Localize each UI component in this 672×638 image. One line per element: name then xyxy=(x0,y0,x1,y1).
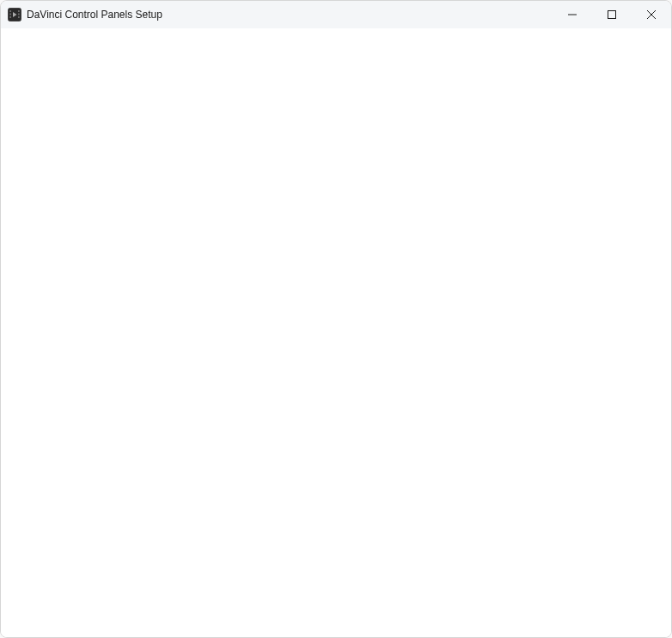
title-bar[interactable]: DaVinci Control Panels Setup xyxy=(1,1,671,28)
window-title: DaVinci Control Panels Setup xyxy=(27,9,162,21)
svg-rect-2 xyxy=(10,14,11,15)
app-icon xyxy=(8,8,21,21)
client-area xyxy=(1,28,671,637)
maximize-icon xyxy=(608,9,616,21)
svg-rect-3 xyxy=(10,16,11,18)
minimize-button[interactable] xyxy=(553,1,592,28)
window-controls xyxy=(553,1,671,28)
svg-rect-5 xyxy=(18,14,19,15)
close-icon xyxy=(647,9,656,21)
minimize-icon xyxy=(568,9,577,21)
app-window: DaVinci Control Panels Setup xyxy=(0,0,672,638)
svg-rect-4 xyxy=(18,10,19,12)
close-button[interactable] xyxy=(632,1,671,28)
svg-rect-1 xyxy=(10,10,11,12)
maximize-button[interactable] xyxy=(592,1,632,28)
svg-rect-6 xyxy=(18,16,19,18)
svg-rect-8 xyxy=(608,10,616,18)
title-bar-left: DaVinci Control Panels Setup xyxy=(8,8,553,21)
